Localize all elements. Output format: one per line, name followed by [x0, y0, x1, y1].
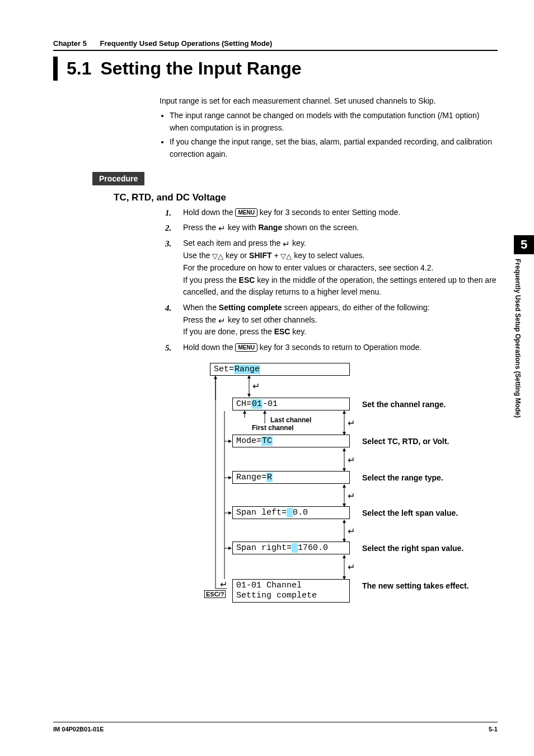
diag-box-set: Set=Range: [210, 363, 350, 376]
diag-label-last: Last channel: [270, 416, 311, 424]
step-5: Hold down the MENU key for 3 seconds to …: [165, 342, 498, 354]
diag-box-range: Range=R: [232, 471, 350, 484]
section-number: 5.1: [67, 57, 91, 81]
step-3: Set each item and press the ↵ key. Use t…: [165, 237, 498, 298]
enter-icon: ↵: [220, 579, 227, 590]
updown-icon: ▽△: [280, 252, 292, 260]
diagram: Set=Range ↵ CH=01-01 Last channel First …: [154, 362, 490, 614]
enter-icon: ↵: [283, 239, 290, 249]
diag-box-span-right: Span right= 1760.0: [232, 542, 350, 554]
footer-doc-id: IM 04P02B01-01E: [53, 726, 104, 732]
enter-icon: ↵: [348, 491, 355, 501]
step-4: When the Setting complete screen appears…: [165, 302, 498, 338]
section-title: Setting the Input Range: [100, 57, 301, 81]
diag-box-span-left: Span left= 0.0: [232, 506, 350, 519]
side-tab: 5 Frequently Used Setup Operations (Sett…: [514, 235, 534, 418]
enter-icon: ↵: [348, 455, 355, 465]
ann-takes-effect: The new setting takes effect.: [362, 581, 469, 590]
ann-span-left: Select the left span value.: [362, 508, 458, 517]
esc-key-icon: ESC/?: [204, 590, 226, 598]
diag-box-ch: CH=01-01: [232, 398, 350, 410]
menu-key-icon: MENU: [235, 208, 257, 217]
heading-bar: [53, 57, 58, 81]
section-heading: 5.1 Setting the Input Range: [53, 57, 498, 81]
diag-box-mode: Mode=TC: [232, 435, 350, 447]
enter-icon: ↵: [348, 418, 355, 428]
ann-select-mode: Select TC, RTD, or Volt.: [362, 437, 449, 446]
intro-lead: Input range is set for each measurement …: [160, 95, 498, 108]
side-chapter-title: Frequently Used Setup Operations (Settin…: [514, 254, 527, 418]
page-footer: IM 04P02B01-01E 5-1: [53, 722, 498, 732]
diag-label-first: First channel: [252, 424, 294, 432]
ann-select-range: Select the range type.: [362, 473, 443, 482]
procedure-header: Procedure: [92, 172, 144, 185]
enter-icon: ↵: [218, 223, 226, 233]
enter-icon: ↵: [218, 316, 226, 325]
updown-icon: ▽△: [212, 252, 223, 260]
enter-icon: ↵: [252, 381, 260, 391]
diag-box-complete: 01-01 Channel Setting complete: [232, 579, 350, 603]
enter-icon: ↵: [348, 562, 355, 572]
subheading: TC, RTD, and DC Voltage: [114, 192, 498, 203]
step-1: Hold down the MENU key for 3 seconds to …: [165, 207, 498, 219]
ann-span-right: Select the right span value.: [362, 544, 463, 553]
menu-key-icon: MENU: [235, 343, 257, 352]
ann-set-channel: Set the channel range.: [362, 400, 446, 409]
intro-bullet-1: The input range cannot be changed on mod…: [170, 110, 498, 134]
steps-list: Hold down the MENU key for 3 seconds to …: [165, 207, 498, 354]
running-head: Chapter 5 Frequently Used Setup Operatio…: [53, 39, 498, 51]
rh-chapter: Chapter 5: [53, 39, 87, 48]
step-2: Press the ↵ key with Range shown on the …: [165, 222, 498, 234]
intro-block: Input range is set for each measurement …: [160, 95, 498, 160]
side-chapter-number: 5: [514, 235, 534, 254]
enter-icon: ↵: [348, 526, 355, 536]
rh-title: Frequently Used Setup Operations (Settin…: [100, 39, 273, 48]
footer-page-num: 5-1: [489, 726, 498, 732]
intro-bullet-2: If you change the input range, set the b…: [170, 136, 498, 160]
